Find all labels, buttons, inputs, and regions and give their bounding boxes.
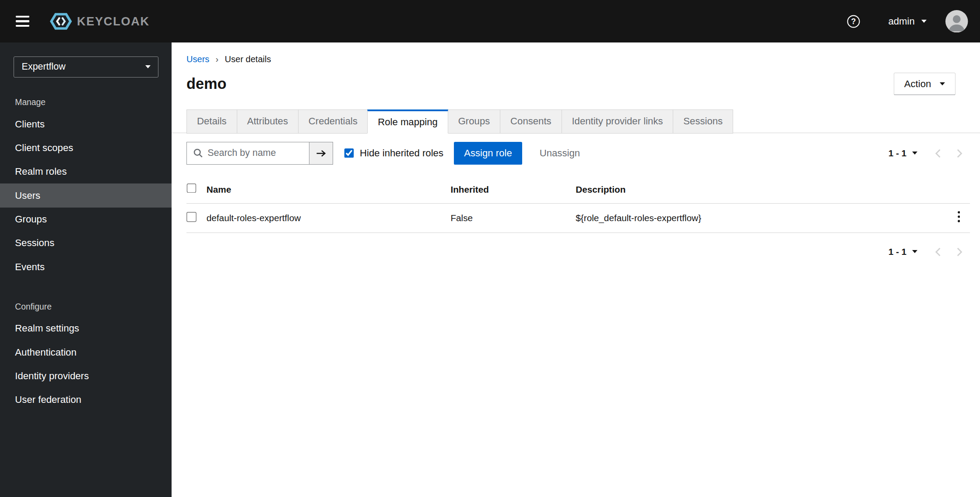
sidebar-item-authentication[interactable]: Authentication: [0, 340, 172, 364]
breadcrumb: Users › User details: [172, 42, 980, 64]
chevron-left-icon: [935, 148, 941, 159]
manage-nav: Clients Client scopes Realm roles Users …: [0, 112, 172, 278]
unassign-button[interactable]: Unassign: [530, 142, 590, 164]
sidebar: Expertflow Manage Clients Client scopes …: [0, 42, 172, 497]
pagination-menu-button[interactable]: 1 - 1: [889, 148, 917, 159]
user-menu-button[interactable]: admin: [888, 16, 927, 27]
sidebar-item-realm-settings[interactable]: Realm settings: [0, 317, 172, 340]
pagination-bottom-menu-button[interactable]: 1 - 1: [889, 247, 917, 257]
kebab-icon: [958, 211, 960, 222]
role-mapping-toolbar: Hide inherited roles Assign role Unassig…: [186, 142, 970, 164]
breadcrumb-separator: ›: [216, 54, 219, 64]
keycloak-logo: KEYCLOAK: [49, 12, 150, 30]
hide-inherited-roles-toggle[interactable]: Hide inherited roles: [344, 148, 443, 159]
nav-group-label-manage: Manage: [0, 98, 172, 107]
tab-identity-provider-links[interactable]: Identity provider links: [562, 109, 674, 133]
pagination-next-button[interactable]: [949, 145, 970, 162]
chevron-down-icon: [145, 65, 151, 68]
breadcrumb-current: User details: [225, 54, 271, 64]
page-title: demo: [186, 75, 226, 92]
sidebar-item-users[interactable]: Users: [0, 183, 172, 207]
brand-text: KEYCLOAK: [77, 14, 150, 28]
chevron-down-icon: [940, 82, 945, 85]
sidebar-item-client-scopes[interactable]: Client scopes: [0, 136, 172, 160]
tab-consents[interactable]: Consents: [500, 109, 562, 133]
search-group: [186, 142, 333, 164]
kebab-menu-button[interactable]: [952, 210, 965, 226]
select-all-checkbox[interactable]: [186, 183, 197, 194]
role-name-cell: default-roles-expertflow: [207, 203, 451, 233]
tab-role-mapping[interactable]: Role mapping: [367, 109, 448, 133]
search-submit-button[interactable]: [309, 142, 333, 164]
pagination-bottom: 1 - 1: [889, 243, 970, 261]
table-row: default-roles-expertflow False ${role_de…: [186, 203, 970, 233]
nav-group-label-configure: Configure: [0, 302, 172, 312]
column-header-description: Description: [576, 176, 942, 203]
chevron-down-icon: [912, 152, 917, 155]
tab-sessions[interactable]: Sessions: [673, 109, 733, 133]
action-dropdown-button[interactable]: Action: [894, 73, 955, 95]
realm-name-label: Expertflow: [22, 61, 66, 72]
hamburger-menu-button[interactable]: [16, 16, 29, 27]
chevron-down-icon: [912, 250, 917, 253]
pagination-range-label: 1 - 1: [889, 148, 906, 159]
realm-selector[interactable]: Expertflow: [14, 56, 158, 78]
tab-details[interactable]: Details: [186, 109, 237, 133]
arrow-right-icon: [316, 149, 326, 158]
hamburger-icon: [16, 16, 29, 18]
help-button[interactable]: ?: [847, 15, 860, 28]
chevron-left-icon: [935, 247, 941, 257]
pagination-top: 1 - 1: [889, 145, 970, 162]
username-label: admin: [888, 16, 914, 27]
user-details-tabs: Details Attributes Credentials Role mapp…: [172, 109, 980, 133]
help-icon: ?: [847, 15, 860, 28]
sidebar-item-user-federation[interactable]: User federation: [0, 388, 172, 412]
hide-inherited-checkbox[interactable]: [344, 148, 354, 159]
search-icon: [193, 148, 203, 158]
pagination-bottom-next-button[interactable]: [949, 243, 970, 261]
tab-credentials[interactable]: Credentials: [299, 109, 368, 133]
configure-nav: Realm settings Authentication Identity p…: [0, 317, 172, 412]
sidebar-item-clients[interactable]: Clients: [0, 112, 172, 136]
masthead: KEYCLOAK ? admin: [0, 0, 980, 42]
avatar: [945, 10, 968, 32]
keycloak-logo-icon: [49, 12, 73, 30]
chevron-down-icon: [921, 20, 927, 23]
role-mapping-table: Name Inherited Description default-roles…: [186, 176, 970, 233]
inherited-cell: False: [450, 203, 576, 233]
hide-inherited-label: Hide inherited roles: [360, 148, 443, 159]
description-cell: ${role_default-roles-expertflow}: [576, 203, 942, 233]
keycloak-admin-console: KEYCLOAK ? admin: [0, 0, 980, 497]
sidebar-item-realm-roles[interactable]: Realm roles: [0, 160, 172, 183]
chevron-right-icon: [956, 247, 962, 257]
sidebar-item-events[interactable]: Events: [0, 255, 172, 278]
sidebar-item-sessions[interactable]: Sessions: [0, 231, 172, 255]
sidebar-item-groups[interactable]: Groups: [0, 208, 172, 231]
main-content: Users › User details demo Action Details…: [172, 42, 980, 497]
table-header-row: Name Inherited Description: [186, 176, 970, 203]
tab-groups[interactable]: Groups: [448, 109, 500, 133]
pagination-bottom-range-label: 1 - 1: [889, 247, 906, 257]
column-header-inherited: Inherited: [450, 176, 576, 203]
sidebar-item-identity-providers[interactable]: Identity providers: [0, 364, 172, 388]
chevron-right-icon: [956, 148, 962, 159]
search-input[interactable]: [186, 142, 309, 164]
row-checkbox[interactable]: [186, 212, 197, 222]
assign-role-button[interactable]: Assign role: [454, 142, 522, 164]
column-header-name: Name: [207, 176, 451, 203]
pagination-prev-button[interactable]: [927, 145, 949, 162]
tab-attributes[interactable]: Attributes: [237, 109, 299, 133]
breadcrumb-link-users[interactable]: Users: [186, 54, 209, 64]
pagination-bottom-prev-button[interactable]: [927, 243, 949, 261]
svg-text:?: ?: [851, 17, 856, 26]
